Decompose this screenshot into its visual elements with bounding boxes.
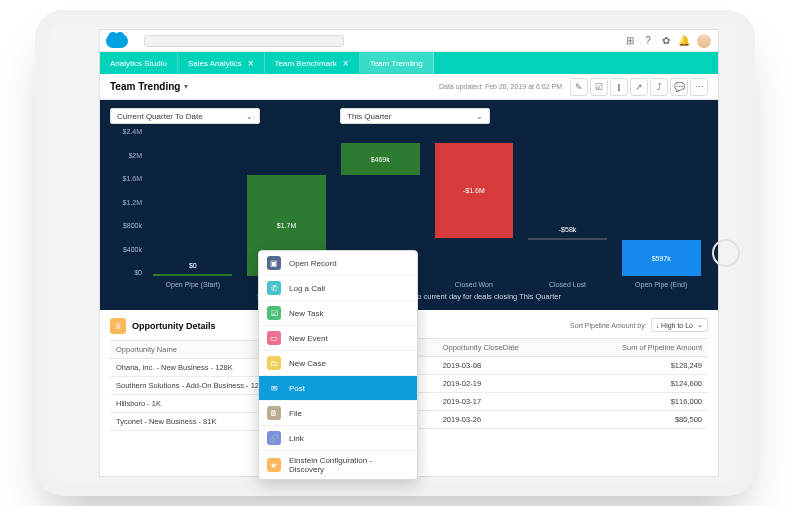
menu-label: Einstein Configuration - Discovery (289, 456, 409, 474)
sort-label: Sort Pipeline Amount by: (570, 322, 647, 329)
user-avatar[interactable] (696, 33, 712, 49)
header-actions: ⊞ ? ✿ 🔔 (624, 33, 712, 49)
task-icon: ☑ (267, 306, 281, 320)
bar-closed-lost[interactable]: -$58k (528, 238, 607, 241)
einstein-icon: ★ (267, 458, 281, 472)
chevron-down-icon: ⌄ (246, 112, 253, 121)
preview-button[interactable]: ☑ (590, 78, 608, 96)
tablet-home-button[interactable] (712, 239, 740, 267)
x-tick: Closed Won (427, 281, 521, 288)
menu-label: Open Record (289, 259, 337, 268)
workspace-tabs: Analytics Studio Sales Analytics × Team … (100, 52, 718, 74)
bar-label: -$58k (528, 226, 607, 233)
chevron-down-icon: ⌄ (697, 321, 703, 329)
select-value: ↓ High to Lo (656, 322, 693, 329)
bar-open-pipe-start[interactable]: $0 (153, 274, 232, 276)
select-value: This Quarter (347, 112, 476, 121)
bar-open-pipe-end[interactable]: $597k (622, 240, 701, 276)
bar-closed-won[interactable]: -$1.6M (435, 143, 514, 238)
menu-new-case[interactable]: 🗀New Case (259, 351, 417, 376)
event-icon: ▭ (267, 331, 281, 345)
menu-label: Post (289, 384, 305, 393)
close-icon[interactable]: × (343, 58, 349, 69)
menu-einstein[interactable]: ★Einstein Configuration - Discovery (259, 451, 417, 479)
tab-label: Team Trending (370, 59, 423, 68)
help-icon[interactable]: ? (642, 35, 654, 47)
salesforce-logo (106, 34, 128, 48)
y-axis: $2.4M $2M $1.6M $1.2M $800k $400k $0 (110, 128, 142, 276)
y-tick: $400k (110, 246, 142, 253)
annotate-button[interactable]: 💬 (670, 78, 688, 96)
bar-new[interactable]: $469k (341, 143, 420, 176)
menu-log-call[interactable]: ✆Log a Call (259, 276, 417, 301)
tab-sales-analytics[interactable]: Sales Analytics × (178, 52, 265, 74)
file-icon: 🗎 (267, 406, 281, 420)
y-tick: $2.4M (110, 128, 142, 135)
x-tick: Closed Lost (521, 281, 615, 288)
y-tick: $2M (110, 152, 142, 159)
page-header: Team Trending ▾ Data updated: Feb 28, 20… (100, 74, 718, 100)
case-icon: 🗀 (267, 356, 281, 370)
chevron-down-icon: ⌄ (476, 112, 483, 121)
tab-team-benchmark[interactable]: Team Benchmark × (265, 52, 360, 74)
post-icon: ✉ (267, 381, 281, 395)
menu-label: Log a Call (289, 284, 325, 293)
tab-label: Analytics Studio (110, 59, 167, 68)
menu-open-record[interactable]: ▣Open Record (259, 251, 417, 276)
tab-label: Team Benchmark (275, 59, 337, 68)
close-icon[interactable]: × (248, 58, 254, 69)
menu-label: Link (289, 434, 304, 443)
x-tick: Open Pipe (Start) (146, 281, 240, 288)
record-icon: ▣ (267, 256, 281, 270)
y-tick: $0 (110, 269, 142, 276)
col-header: Opportunity CloseDate (437, 339, 570, 357)
tablet-frame: ⊞ ? ✿ 🔔 Analytics Studio Sales Analytics… (0, 0, 790, 506)
edit-button[interactable]: ✎ (570, 78, 588, 96)
more-button[interactable]: ⋯ (690, 78, 708, 96)
notifications-icon[interactable]: 🔔 (678, 35, 690, 47)
tab-analytics-studio[interactable]: Analytics Studio (100, 52, 178, 74)
tab-label: Sales Analytics (188, 59, 242, 68)
compare-select[interactable]: This Quarter ⌄ (340, 108, 490, 124)
sort-control: Sort Pipeline Amount by: ↓ High to Lo ⌄ (570, 318, 708, 332)
y-tick: $1.2M (110, 199, 142, 206)
x-tick: Open Pipe (End) (614, 281, 708, 288)
chart-filters: Current Quarter To Date ⌄ This Quarter ⌄ (110, 108, 708, 124)
context-menu: ▣Open Record ✆Log a Call ☑New Task ▭New … (258, 250, 418, 480)
present-button[interactable]: ⫿ (610, 78, 628, 96)
y-tick: $800k (110, 222, 142, 229)
waterfall-plot[interactable]: $2.4M $2M $1.6M $1.2M $800k $400k $0 $0 … (146, 128, 708, 288)
period-select[interactable]: Current Quarter To Date ⌄ (110, 108, 260, 124)
menu-new-event[interactable]: ▭New Event (259, 326, 417, 351)
settings-icon[interactable]: ✿ (660, 35, 672, 47)
chevron-down-icon[interactable]: ▾ (184, 82, 188, 91)
menu-post[interactable]: ✉Post (259, 376, 417, 401)
data-updated-text: Data updated: Feb 28, 2019 at 6:02 PM (439, 83, 562, 90)
x-axis: Open Pipe (Start) Reope New Closed Won C… (146, 281, 708, 288)
menu-new-task[interactable]: ☑New Task (259, 301, 417, 326)
menu-label: New Task (289, 309, 324, 318)
menu-label: File (289, 409, 302, 418)
global-search[interactable] (144, 35, 344, 47)
link-icon: 🔗 (267, 431, 281, 445)
select-value: Current Quarter To Date (117, 112, 246, 121)
menu-link[interactable]: 🔗Link (259, 426, 417, 451)
menu-file[interactable]: 🗎File (259, 401, 417, 426)
page-toolbar: ✎ ☑ ⫿ ↗ ⤴ 💬 ⋯ (570, 78, 708, 96)
crown-icon: ♕ (110, 318, 126, 334)
bars: $0 $1.7M $469k -$1.6M -$58k $597k (146, 128, 708, 276)
panel-title: Opportunity Details (132, 321, 216, 331)
bar-label: $0 (153, 262, 232, 269)
menu-label: New Event (289, 334, 328, 343)
share-button[interactable]: ↗ (630, 78, 648, 96)
sort-select[interactable]: ↓ High to Lo ⌄ (651, 318, 708, 332)
menu-label: New Case (289, 359, 326, 368)
y-tick: $1.6M (110, 175, 142, 182)
export-button[interactable]: ⤴ (650, 78, 668, 96)
col-header: Sum of Pipeline Amount (569, 339, 708, 357)
call-icon: ✆ (267, 281, 281, 295)
page-title: Team Trending (110, 81, 180, 92)
app-launcher-icon[interactable]: ⊞ (624, 35, 636, 47)
tab-team-trending[interactable]: Team Trending (360, 52, 434, 74)
global-header: ⊞ ? ✿ 🔔 (100, 30, 718, 52)
